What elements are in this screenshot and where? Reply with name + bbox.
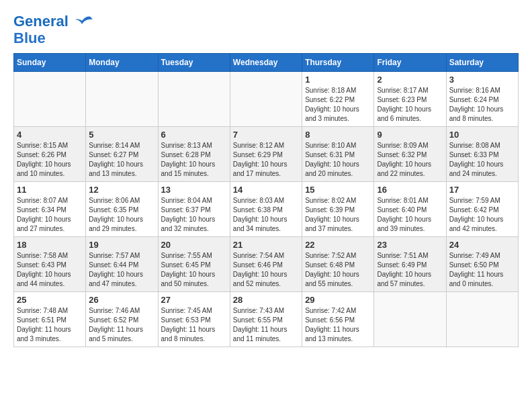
day-number: 8 bbox=[305, 130, 371, 140]
calendar-cell: 17Sunrise: 7:59 AM Sunset: 6:42 PM Dayli… bbox=[446, 182, 518, 237]
weekday-header-sunday: Sunday bbox=[14, 54, 86, 72]
day-info: Sunrise: 7:51 AM Sunset: 6:49 PM Dayligh… bbox=[377, 251, 443, 289]
day-info: Sunrise: 7:57 AM Sunset: 6:44 PM Dayligh… bbox=[89, 251, 154, 289]
day-info: Sunrise: 8:04 AM Sunset: 6:37 PM Dayligh… bbox=[161, 196, 227, 234]
day-info: Sunrise: 7:43 AM Sunset: 6:55 PM Dayligh… bbox=[233, 306, 299, 344]
day-number: 15 bbox=[305, 185, 371, 195]
day-info: Sunrise: 8:09 AM Sunset: 6:32 PM Dayligh… bbox=[377, 141, 443, 179]
day-number: 6 bbox=[161, 130, 227, 140]
day-number: 9 bbox=[377, 130, 443, 140]
calendar-cell: 5Sunrise: 8:14 AM Sunset: 6:27 PM Daylig… bbox=[86, 127, 158, 182]
calendar-cell: 29Sunrise: 7:42 AM Sunset: 6:56 PM Dayli… bbox=[302, 292, 374, 347]
day-number: 10 bbox=[449, 130, 515, 140]
day-info: Sunrise: 7:48 AM Sunset: 6:51 PM Dayligh… bbox=[17, 306, 83, 344]
header-row: SundayMondayTuesdayWednesdayThursdayFrid… bbox=[14, 54, 519, 72]
calendar-cell: 14Sunrise: 8:03 AM Sunset: 6:38 PM Dayli… bbox=[230, 182, 302, 237]
calendar-cell: 3Sunrise: 8:16 AM Sunset: 6:24 PM Daylig… bbox=[446, 72, 518, 127]
day-number: 28 bbox=[233, 295, 299, 305]
day-info: Sunrise: 8:01 AM Sunset: 6:40 PM Dayligh… bbox=[377, 196, 443, 234]
day-number: 24 bbox=[449, 240, 515, 250]
day-info: Sunrise: 7:59 AM Sunset: 6:42 PM Dayligh… bbox=[449, 196, 515, 234]
day-number: 11 bbox=[17, 185, 83, 195]
day-info: Sunrise: 8:13 AM Sunset: 6:28 PM Dayligh… bbox=[161, 141, 227, 179]
calendar-cell: 24Sunrise: 7:49 AM Sunset: 6:50 PM Dayli… bbox=[446, 237, 518, 292]
weekday-header-friday: Friday bbox=[374, 54, 446, 72]
day-info: Sunrise: 8:18 AM Sunset: 6:22 PM Dayligh… bbox=[305, 86, 371, 124]
day-number: 3 bbox=[449, 75, 515, 85]
calendar-cell: 10Sunrise: 8:08 AM Sunset: 6:33 PM Dayli… bbox=[446, 127, 518, 182]
calendar-cell: 7Sunrise: 8:12 AM Sunset: 6:29 PM Daylig… bbox=[230, 127, 302, 182]
day-info: Sunrise: 7:46 AM Sunset: 6:52 PM Dayligh… bbox=[89, 306, 154, 344]
calendar-cell: 22Sunrise: 7:52 AM Sunset: 6:48 PM Dayli… bbox=[302, 237, 374, 292]
weekday-header-wednesday: Wednesday bbox=[230, 54, 302, 72]
weekday-header-monday: Monday bbox=[86, 54, 158, 72]
day-number: 22 bbox=[305, 240, 371, 250]
day-info: Sunrise: 8:12 AM Sunset: 6:29 PM Dayligh… bbox=[233, 141, 299, 179]
calendar-cell: 9Sunrise: 8:09 AM Sunset: 6:32 PM Daylig… bbox=[374, 127, 446, 182]
calendar-cell: 18Sunrise: 7:58 AM Sunset: 6:43 PM Dayli… bbox=[14, 237, 86, 292]
day-number: 2 bbox=[377, 75, 443, 85]
day-number: 18 bbox=[17, 240, 83, 250]
calendar-cell: 26Sunrise: 7:46 AM Sunset: 6:52 PM Dayli… bbox=[86, 292, 158, 347]
calendar-cell bbox=[14, 72, 86, 127]
calendar-cell: 23Sunrise: 7:51 AM Sunset: 6:49 PM Dayli… bbox=[374, 237, 446, 292]
weekday-header-saturday: Saturday bbox=[446, 54, 518, 72]
calendar-cell: 25Sunrise: 7:48 AM Sunset: 6:51 PM Dayli… bbox=[14, 292, 86, 347]
day-number: 19 bbox=[89, 240, 154, 250]
day-info: Sunrise: 7:45 AM Sunset: 6:53 PM Dayligh… bbox=[161, 306, 227, 344]
calendar-week-3: 11Sunrise: 8:07 AM Sunset: 6:34 PM Dayli… bbox=[14, 182, 519, 237]
day-info: Sunrise: 8:16 AM Sunset: 6:24 PM Dayligh… bbox=[449, 86, 515, 124]
weekday-header-tuesday: Tuesday bbox=[158, 54, 230, 72]
logo-text: General bbox=[13, 13, 94, 30]
calendar-cell: 8Sunrise: 8:10 AM Sunset: 6:31 PM Daylig… bbox=[302, 127, 374, 182]
calendar-cell: 4Sunrise: 8:15 AM Sunset: 6:26 PM Daylig… bbox=[14, 127, 86, 182]
calendar-cell: 1Sunrise: 8:18 AM Sunset: 6:22 PM Daylig… bbox=[302, 72, 374, 127]
day-number: 20 bbox=[161, 240, 227, 250]
weekday-header-thursday: Thursday bbox=[302, 54, 374, 72]
day-number: 29 bbox=[305, 295, 371, 305]
day-info: Sunrise: 8:07 AM Sunset: 6:34 PM Dayligh… bbox=[17, 196, 83, 234]
calendar-cell bbox=[86, 72, 158, 127]
day-info: Sunrise: 7:54 AM Sunset: 6:46 PM Dayligh… bbox=[233, 251, 299, 289]
day-info: Sunrise: 7:55 AM Sunset: 6:45 PM Dayligh… bbox=[161, 251, 227, 289]
day-info: Sunrise: 8:15 AM Sunset: 6:26 PM Dayligh… bbox=[17, 141, 83, 179]
calendar-week-2: 4Sunrise: 8:15 AM Sunset: 6:26 PM Daylig… bbox=[14, 127, 519, 182]
day-number: 26 bbox=[89, 295, 154, 305]
day-info: Sunrise: 8:10 AM Sunset: 6:31 PM Dayligh… bbox=[305, 141, 371, 179]
day-info: Sunrise: 7:52 AM Sunset: 6:48 PM Dayligh… bbox=[305, 251, 371, 289]
day-info: Sunrise: 8:17 AM Sunset: 6:23 PM Dayligh… bbox=[377, 86, 443, 124]
day-number: 1 bbox=[305, 75, 371, 85]
calendar-cell bbox=[374, 292, 446, 347]
day-number: 21 bbox=[233, 240, 299, 250]
calendar-cell: 13Sunrise: 8:04 AM Sunset: 6:37 PM Dayli… bbox=[158, 182, 230, 237]
calendar-cell: 11Sunrise: 8:07 AM Sunset: 6:34 PM Dayli… bbox=[14, 182, 86, 237]
day-info: Sunrise: 8:06 AM Sunset: 6:35 PM Dayligh… bbox=[89, 196, 154, 234]
calendar-cell: 12Sunrise: 8:06 AM Sunset: 6:35 PM Dayli… bbox=[86, 182, 158, 237]
day-number: 14 bbox=[233, 185, 299, 195]
day-number: 25 bbox=[17, 295, 83, 305]
calendar-cell: 16Sunrise: 8:01 AM Sunset: 6:40 PM Dayli… bbox=[374, 182, 446, 237]
calendar-cell: 21Sunrise: 7:54 AM Sunset: 6:46 PM Dayli… bbox=[230, 237, 302, 292]
day-number: 17 bbox=[449, 185, 515, 195]
calendar-week-4: 18Sunrise: 7:58 AM Sunset: 6:43 PM Dayli… bbox=[14, 237, 519, 292]
logo: General Blue bbox=[13, 13, 94, 46]
day-number: 16 bbox=[377, 185, 443, 195]
calendar-cell: 27Sunrise: 7:45 AM Sunset: 6:53 PM Dayli… bbox=[158, 292, 230, 347]
day-number: 13 bbox=[161, 185, 227, 195]
calendar-cell: 15Sunrise: 8:02 AM Sunset: 6:39 PM Dayli… bbox=[302, 182, 374, 237]
day-number: 27 bbox=[161, 295, 227, 305]
page-header: General Blue bbox=[13, 13, 519, 46]
day-number: 23 bbox=[377, 240, 443, 250]
day-info: Sunrise: 8:03 AM Sunset: 6:38 PM Dayligh… bbox=[233, 196, 299, 234]
calendar-week-1: 1Sunrise: 8:18 AM Sunset: 6:22 PM Daylig… bbox=[14, 72, 519, 127]
calendar-cell: 19Sunrise: 7:57 AM Sunset: 6:44 PM Dayli… bbox=[86, 237, 158, 292]
calendar-cell bbox=[158, 72, 230, 127]
calendar-cell: 28Sunrise: 7:43 AM Sunset: 6:55 PM Dayli… bbox=[230, 292, 302, 347]
calendar-cell: 20Sunrise: 7:55 AM Sunset: 6:45 PM Dayli… bbox=[158, 237, 230, 292]
day-number: 12 bbox=[89, 185, 154, 195]
day-info: Sunrise: 7:42 AM Sunset: 6:56 PM Dayligh… bbox=[305, 306, 371, 344]
calendar-table: SundayMondayTuesdayWednesdayThursdayFrid… bbox=[13, 53, 519, 347]
day-info: Sunrise: 7:58 AM Sunset: 6:43 PM Dayligh… bbox=[17, 251, 83, 289]
day-number: 7 bbox=[233, 130, 299, 140]
day-info: Sunrise: 8:08 AM Sunset: 6:33 PM Dayligh… bbox=[449, 141, 515, 179]
